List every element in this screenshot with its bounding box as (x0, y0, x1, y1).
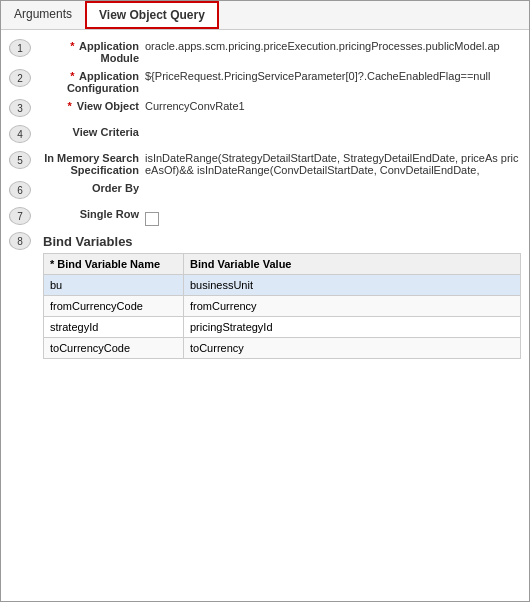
bv-name-cell: fromCurrencyCode (44, 296, 184, 317)
tab-arguments[interactable]: Arguments (1, 1, 85, 29)
required-star-1: * (70, 40, 74, 52)
bv-name-cell: toCurrencyCode (44, 338, 184, 359)
label-view-criteria: View Criteria (35, 122, 145, 138)
bv-value-cell: toCurrency (184, 338, 521, 359)
row-view-criteria: 4 View Criteria (9, 122, 521, 146)
main-container: Arguments View Object Query 1 * Applicat… (0, 0, 530, 602)
row-num-1: 1 (9, 39, 31, 57)
label-in-memory-search: In Memory Search Specification (35, 148, 145, 176)
tab-view-object-query[interactable]: View Object Query (85, 1, 219, 29)
bv-table-body: bubusinessUnitfromCurrencyCodefromCurren… (44, 275, 521, 359)
value-view-object: CurrencyConvRate1 (145, 96, 521, 112)
value-in-memory-search: isInDateRange(StrategyDetailStartDate, S… (145, 148, 521, 176)
label-application-module: * Application Module (35, 36, 145, 64)
content-area: 1 * Application Module oracle.apps.scm.p… (1, 30, 529, 369)
bv-value-cell: fromCurrency (184, 296, 521, 317)
bv-table-row: strategyIdpricingStrategyId (44, 317, 521, 338)
row-order-by: 6 Order By (9, 178, 521, 202)
row-num-3: 3 (9, 99, 31, 117)
label-single-row: Single Row (35, 204, 145, 220)
value-application-module: oracle.apps.scm.pricing.priceExecution.p… (145, 36, 521, 52)
bind-variables-title: Bind Variables (43, 234, 521, 249)
value-view-criteria (145, 122, 521, 126)
row-num-5: 5 (9, 151, 31, 169)
col-bind-variable-name: * Bind Variable Name (44, 254, 184, 275)
row-application-module: 1 * Application Module oracle.apps.scm.p… (9, 36, 521, 64)
row-num-2: 2 (9, 69, 31, 87)
row-num-8: 8 (9, 232, 31, 250)
tab-bar: Arguments View Object Query (1, 1, 529, 30)
row-num-4: 4 (9, 125, 31, 143)
bv-value-cell: pricingStrategyId (184, 317, 521, 338)
bv-table-row: toCurrencyCodetoCurrency (44, 338, 521, 359)
required-star-2: * (70, 70, 74, 82)
bv-table-row: fromCurrencyCodefromCurrency (44, 296, 521, 317)
row-single-row: 7 Single Row (9, 204, 521, 228)
value-order-by (145, 178, 521, 182)
label-application-configuration: * Application Configuration (35, 66, 145, 94)
bind-variables-table: * Bind Variable Name Bind Variable Value… (43, 253, 521, 359)
label-order-by: Order By (35, 178, 145, 194)
bv-table-header: * Bind Variable Name Bind Variable Value (44, 254, 521, 275)
bind-variables-section: Bind Variables * Bind Variable Name Bind… (35, 234, 521, 359)
bv-name-cell: strategyId (44, 317, 184, 338)
section-8: 8 Bind Variables * Bind Variable Name (9, 230, 521, 359)
row-num-7: 7 (9, 207, 31, 225)
value-single-row (145, 204, 521, 226)
row-application-configuration: 2 * Application Configuration ${PriceReq… (9, 66, 521, 94)
value-application-configuration: ${PriceRequest.PricingServiceParameter[0… (145, 66, 521, 82)
row-view-object: 3 * View Object CurrencyConvRate1 (9, 96, 521, 120)
bv-name-cell: bu (44, 275, 184, 296)
bv-table-row: bubusinessUnit (44, 275, 521, 296)
col-bind-variable-value: Bind Variable Value (184, 254, 521, 275)
bind-variables-wrapper: Bind Variables * Bind Variable Name Bind… (35, 230, 521, 359)
required-star-3: * (68, 100, 72, 112)
label-view-object: * View Object (35, 96, 145, 112)
bv-value-cell: businessUnit (184, 275, 521, 296)
row-num-6: 6 (9, 181, 31, 199)
single-row-checkbox[interactable] (145, 212, 159, 226)
row-in-memory-search: 5 In Memory Search Specification isInDat… (9, 148, 521, 176)
